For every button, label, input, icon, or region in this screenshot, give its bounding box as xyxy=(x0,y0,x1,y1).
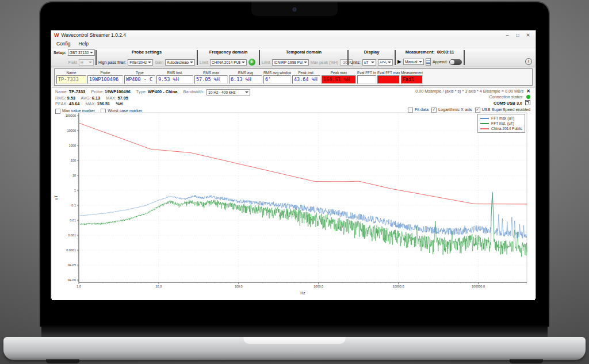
cell-rms-max: 57.05 %H xyxy=(194,75,228,84)
col-header: Peak max xyxy=(322,70,356,75)
temp-limit-label: Limit xyxy=(262,60,270,64)
cell-rms-inst: 9.53 %H xyxy=(156,75,193,84)
add-limit-button[interactable]: + xyxy=(248,59,255,66)
chart-panel: Name: TP-7333 Probe: 19WP100496 Type: WP… xyxy=(52,87,535,300)
legend-label: FFT inst. (uT) xyxy=(491,121,514,125)
dropdown-arrow-icon xyxy=(90,52,93,53)
laptop-foot xyxy=(510,359,543,363)
table-row-filler xyxy=(424,75,530,84)
type-value: WP400 - China xyxy=(148,89,177,94)
sample-rate-text: 0.00 Msample / (axis * s) * 3 axis * 4 B… xyxy=(415,89,523,94)
external-link-icon[interactable] xyxy=(525,100,530,105)
cell-peak-max: 156.51 %H xyxy=(322,75,356,84)
freq-limit-select[interactable]: CHINA 2014 PUBLIC xyxy=(210,59,247,66)
toolbar: Setup: GBT 37130 Field H Probe settings … xyxy=(51,48,536,67)
svg-text:100: 100 xyxy=(71,159,76,162)
dropdown-arrow-icon xyxy=(304,62,307,63)
gain-select[interactable]: Autodecrease xyxy=(165,59,195,66)
play-button[interactable]: ▶ xyxy=(397,59,401,65)
peak-label: PEAK: xyxy=(55,101,68,106)
col-header: Type xyxy=(124,70,155,75)
svg-text:10000.0: 10000.0 xyxy=(393,285,404,288)
cell-eval-fft-inst xyxy=(357,75,376,84)
probe-value: 19WP100496 xyxy=(105,89,131,94)
setup-group: Setup: GBT 37130 Field H xyxy=(52,49,95,66)
peak-unit: %H xyxy=(116,101,123,106)
append-toggle[interactable] xyxy=(449,59,462,65)
frequency-domain-header: Frequency domain xyxy=(200,49,257,55)
legend-entry: China-2014 Public xyxy=(480,126,522,131)
name-label: Name: xyxy=(55,89,68,94)
legend-entry: FFT max (uT) xyxy=(480,116,522,121)
minimize-button[interactable]: – xyxy=(503,32,512,39)
cell-rms-avg-window: 6' xyxy=(263,75,291,84)
col-header: Eval FFT inst. xyxy=(357,70,376,75)
field-select[interactable]: H xyxy=(79,59,94,66)
temporal-domain-header: Temporal domain xyxy=(262,49,346,55)
bandwidth-select[interactable]: 10 Hz - 400 kHz xyxy=(206,89,250,95)
svg-text:Hz: Hz xyxy=(300,291,305,295)
display-group: Display Units: uT xyxy=(349,49,394,66)
max-label: MAX: xyxy=(106,95,116,101)
maximize-button[interactable]: □ xyxy=(513,32,522,39)
window-title: Wavecontrol Streamer 1.0.2.4 xyxy=(62,32,127,38)
field-label: Field xyxy=(68,60,77,64)
svg-text:uT: uT xyxy=(54,195,58,200)
laptop-base xyxy=(3,337,586,360)
col-header: Eval FFT max xyxy=(377,70,400,75)
frequency-domain-group: Frequency domain Limit CHINA 2014 PUBLIC… xyxy=(198,49,258,66)
toolbar-separator xyxy=(197,50,198,65)
table-row: TP-7333 19WP100496 WP400 - C 9.53 %H 57.… xyxy=(56,75,530,84)
units-select[interactable]: uT xyxy=(362,59,376,66)
menu-config[interactable]: Config xyxy=(53,40,74,47)
temporal-domain-group: Temporal domain Limit ICNIRP-1998 Public… xyxy=(261,49,347,66)
waveform-icon xyxy=(380,60,387,64)
title-bar: W Wavecontrol Streamer 1.0.2.4 – □ ✕ xyxy=(51,30,536,40)
svg-text:1E-06: 1E-06 xyxy=(67,278,76,282)
cell-eval-fft-max xyxy=(377,75,400,84)
name-value: TP-7333 xyxy=(69,89,85,94)
peak-max-label: MAX: xyxy=(85,101,95,106)
info-icon[interactable]: i xyxy=(525,58,532,65)
setup-label: Setup: xyxy=(53,51,66,55)
dropdown-arrow-icon xyxy=(190,62,193,63)
col-header: Measurement xyxy=(401,70,423,75)
col-header: Probe xyxy=(87,70,123,75)
legend-swatch xyxy=(480,118,489,119)
units-label: Units: xyxy=(350,60,361,64)
avg-value: 6.13 xyxy=(92,95,100,101)
close-button[interactable]: ✕ xyxy=(523,32,533,39)
view-mode-select[interactable] xyxy=(378,59,393,66)
save-grid-button[interactable] xyxy=(426,58,431,66)
mode-select[interactable]: Manual xyxy=(403,59,424,65)
measurement-header: Measurement: 00:03:11 xyxy=(397,49,462,55)
svg-text:1: 1 xyxy=(74,189,76,192)
camera-notch xyxy=(251,2,338,16)
hpf-select[interactable]: Filter10Hz xyxy=(128,59,153,66)
col-header: RMS avg xyxy=(229,70,262,75)
toolbar-separator xyxy=(395,50,396,65)
temp-limit-select[interactable]: ICNIRP-1998 Public I xyxy=(272,59,309,66)
menu-help[interactable]: Help xyxy=(75,40,92,47)
toolbar-separator xyxy=(259,50,260,65)
svg-text:1.0: 1.0 xyxy=(77,285,81,288)
col-header: RMS avg window xyxy=(263,70,291,75)
connection-status-label: Connection status: xyxy=(489,94,523,99)
bandwidth-label: Bandwidth: xyxy=(183,89,204,94)
dropdown-arrow-icon xyxy=(388,62,391,63)
svg-text:0.01: 0.01 xyxy=(70,219,76,222)
svg-text:1E-05: 1E-05 xyxy=(67,263,76,267)
close-banner-icon[interactable]: ✕ xyxy=(526,89,530,94)
toolbar-separator xyxy=(464,50,465,65)
dropdown-arrow-icon xyxy=(242,62,245,63)
cell-name: TP-7333 xyxy=(56,75,86,84)
legend-label: FFT max (uT) xyxy=(491,116,514,120)
dropdown-arrow-icon xyxy=(419,61,422,63)
gain-label: Gain xyxy=(155,60,163,64)
legend-label: China-2014 Public xyxy=(491,127,522,131)
freq-limit-label: Limit xyxy=(200,60,208,64)
measurement-group: Measurement: 00:03:11 ▶ Manual Append: xyxy=(396,49,463,66)
svg-text:10.0: 10.0 xyxy=(156,285,162,288)
toggle-knob xyxy=(450,60,454,64)
setup-select[interactable]: GBT 37130 xyxy=(68,49,95,56)
